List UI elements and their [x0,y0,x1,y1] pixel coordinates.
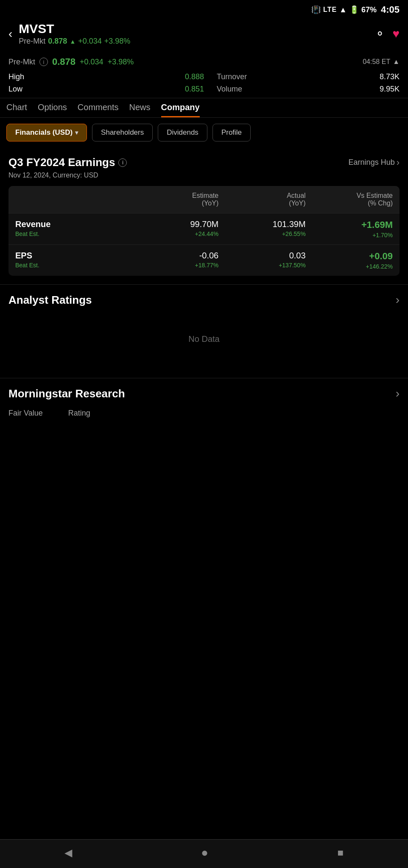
premkt-price: 0.878 [48,37,67,46]
revenue-label-col: Revenue Beat Est. [15,219,131,238]
profile-label: Profile [221,128,242,136]
eps-estimate-sub: +18.77% [131,262,218,269]
eps-label: EPS [15,251,131,261]
tab-options[interactable]: Options [38,103,67,117]
mkt-stats-grid: High 0.888 Turnover 8.73K Low 0.851 Volu… [8,72,400,94]
market-info: Pre-Mkt i 0.878 +0.034 +3.98% 04:58 ET ▲… [0,52,408,98]
revenue-estimate-val: 99.70M [131,219,218,229]
ticker-info: MVST Pre-Mkt 0.878 ▲ +0.034 +3.98% [19,22,369,46]
clock: 4:05 [381,4,400,15]
earnings-title: Q3 FY2024 Earnings i [8,156,127,169]
mkt-change: +0.034 [80,58,103,67]
revenue-row: Revenue Beat Est. 99.70M +24.44% 101.39M… [8,213,400,244]
revenue-estimate-sub: +24.44% [131,230,218,237]
earnings-date: Nov 12, 2024, Currency: USD [8,172,400,179]
tab-company[interactable]: Company [161,103,200,117]
revenue-actual-val: 101.39M [218,219,305,229]
eps-actual-sub: +137.50% [218,262,305,269]
analyst-arrow-icon[interactable]: › [396,293,400,307]
revenue-estimate-col: 99.70M +24.44% [131,219,218,238]
volume-label: Volume [217,85,242,94]
analyst-section: Analyst Ratings › No Data [0,284,408,378]
morningstar-title: Morningstar Research [8,387,125,400]
premkt-label: Pre-Mkt [19,37,45,46]
tab-chart[interactable]: Chart [6,103,27,117]
eps-vs-sub: +146.22% [306,263,393,270]
col-actual-header: Actual(YoY) [218,192,305,207]
earnings-hub-label: Earnings Hub [349,158,395,167]
financials-label: Financials (USD) [15,128,73,137]
signal-icon: ▲ [339,6,347,14]
shareholders-label: Shareholders [101,128,144,136]
up-arrow-icon: ▲ [70,38,75,45]
revenue-actual-col: 101.39M +26.55% [218,219,305,238]
nav-home-icon[interactable]: ● [201,846,208,860]
earnings-info-icon[interactable]: i [118,158,127,167]
earnings-hub-arrow-icon: › [397,157,400,168]
earnings-hub-link[interactable]: Earnings Hub › [349,157,400,168]
subtab-profile[interactable]: Profile [212,124,251,141]
earnings-section: Q3 FY2024 Earnings i Earnings Hub › Nov … [0,147,408,280]
status-icons: 📳 LTE ▲ 🔋 67% 4:05 [311,4,400,15]
sub-tabs: Financials (USD) ▾ Shareholders Dividend… [0,118,408,147]
expand-icon[interactable]: ▲ [393,58,400,66]
earnings-title-text: Q3 FY2024 Earnings [8,156,115,169]
eps-estimate-col: -0.06 +18.77% [131,251,218,270]
high-row: High 0.888 [8,72,204,81]
mkt-pct: +3.98% [108,58,134,67]
col-label-header [15,192,131,207]
subtab-financials[interactable]: Financials (USD) ▾ [6,124,87,141]
tab-news[interactable]: News [129,103,151,117]
eps-vs-val: +0.09 [306,251,393,262]
analyst-title: Analyst Ratings [8,294,92,307]
earnings-header: Q3 FY2024 Earnings i Earnings Hub › [8,156,400,169]
battery-icon: 🔋 [349,5,359,14]
tab-comments[interactable]: Comments [78,103,119,117]
col-estimate-header: Estimate(YoY) [131,192,218,207]
eps-actual-col: 0.03 +137.50% [218,251,305,270]
chevron-down-icon: ▾ [75,129,78,136]
eps-estimate-val: -0.06 [131,251,218,261]
premkt-label: Pre-Mkt [8,58,35,67]
morningstar-section: Morningstar Research › Fair Value Rating [0,378,408,426]
high-label: High [8,72,24,81]
revenue-actual-sub: +26.55% [218,230,305,237]
search-icon[interactable]: ⚬ [375,27,385,41]
main-tabs: Chart Options Comments News Company [0,98,408,118]
favorite-icon[interactable]: ♥ [392,27,400,41]
turnover-value: 8.73K [380,72,400,81]
earnings-table: Estimate(YoY) Actual(YoY) Vs Estimate(% … [8,186,400,276]
morningstar-arrow-icon[interactable]: › [396,387,400,400]
subtab-shareholders[interactable]: Shareholders [92,124,153,141]
mkt-price: 0.878 [52,56,75,67]
battery-pct: 67% [361,6,377,14]
info-icon[interactable]: i [39,58,48,66]
back-button[interactable]: ‹ [8,27,12,41]
status-bar: 📳 LTE ▲ 🔋 67% 4:05 [0,0,408,17]
revenue-label: Revenue [15,219,131,229]
nav-back-icon[interactable]: ◀ [64,847,72,859]
low-row: Low 0.851 [8,85,204,94]
volume-value: 9.95K [380,85,400,94]
volume-row: Volume 9.95K [204,85,400,94]
low-label: Low [8,85,22,94]
revenue-vs-val: +1.69M [306,219,393,230]
low-value: 0.851 [185,85,204,94]
eps-actual-val: 0.03 [218,251,305,261]
vibrate-icon: 📳 [311,5,321,14]
nav-bar: ◀ ● ■ [0,839,408,868]
premkt-pct: +3.98% [104,37,131,46]
turnover-label: Turnover [217,72,247,81]
analyst-header: Analyst Ratings › [8,293,400,307]
lte-icon: LTE [323,6,337,14]
no-data-label: No Data [8,317,400,369]
subtab-dividends[interactable]: Dividends [158,124,207,141]
header-actions: ⚬ ♥ [375,27,400,41]
rating-label: Rating [68,409,90,418]
header: ‹ MVST Pre-Mkt 0.878 ▲ +0.034 +3.98% ⚬ ♥ [0,17,408,52]
eps-vs-col: +0.09 +146.22% [306,251,393,270]
revenue-vs-col: +1.69M +1.70% [306,219,393,238]
morningstar-cols: Fair Value Rating [8,409,400,418]
nav-square-icon[interactable]: ■ [337,847,344,859]
col-vs-header: Vs Estimate(% Chg) [306,192,393,207]
